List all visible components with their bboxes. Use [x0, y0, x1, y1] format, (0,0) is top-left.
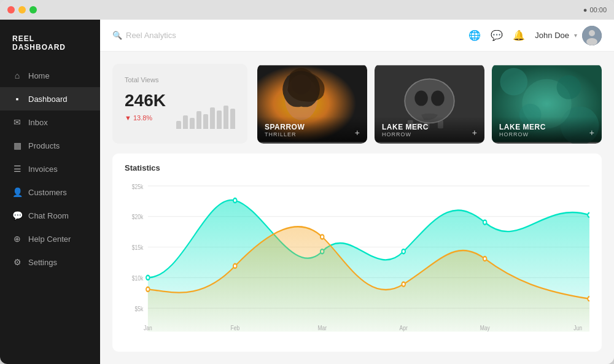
svg-point-41 [402, 282, 405, 286]
stats-value: 246K [125, 91, 166, 110]
search-area[interactable]: 🔍 Reel Analytics [112, 31, 176, 40]
search-icon: 🔍 [112, 31, 122, 40]
sidebar-item-customers[interactable]: 👤 Customers [0, 180, 100, 204]
svg-point-9 [431, 91, 444, 106]
svg-text:$25k: $25k [132, 183, 144, 190]
sidebar-item-home[interactable]: ⌂ Home [0, 64, 100, 87]
svg-point-37 [588, 213, 589, 217]
close-button[interactable] [7, 6, 15, 14]
svg-point-8 [414, 91, 427, 106]
chatroom-icon: 💬 [12, 211, 22, 220]
add-button[interactable]: + [355, 128, 360, 137]
svg-point-38 [146, 287, 150, 292]
app-window: ● 00:00 REEL DASHBOARD ⌂ Home ▪ Dashboar… [0, 0, 614, 364]
stats-label: Total Views [125, 76, 235, 83]
mini-bar [203, 114, 208, 129]
products-icon: ▦ [12, 141, 22, 150]
sidebar-item-settings[interactable]: ⚙ Settings [0, 250, 100, 274]
home-icon: ⌂ [12, 71, 22, 80]
add-button[interactable]: + [472, 128, 477, 137]
movie-card-overlay: LAKE MERC HORROW [375, 117, 484, 144]
svg-point-39 [233, 264, 237, 268]
invoices-icon: ☰ [12, 164, 22, 174]
mini-chart [176, 104, 235, 129]
sidebar-item-helpcenter[interactable]: ⊕ Help Center [0, 227, 100, 250]
user-menu[interactable]: John Doe ▾ [535, 26, 602, 45]
timer: ● 00:00 [583, 6, 607, 14]
mini-bar [210, 107, 215, 129]
movie-card-lake-merc-2[interactable]: LAKE MERC HORROW + [492, 64, 602, 144]
sidebar-item-products[interactable]: ▦ Products [0, 134, 100, 157]
mini-bar [230, 109, 235, 129]
sidebar-logo: REEL DASHBOARD [0, 25, 100, 64]
svg-text:$10k: $10k [132, 274, 144, 282]
traffic-lights [7, 6, 37, 14]
chat-icon[interactable]: 💬 [491, 29, 503, 41]
svg-text:$5k: $5k [135, 305, 144, 312]
sidebar: REEL DASHBOARD ⌂ Home ▪ Dashboard ✉ Inbo… [0, 20, 100, 364]
sidebar-item-inbox[interactable]: ✉ Inbox [0, 110, 100, 134]
movie-title: LAKE MERC [382, 123, 477, 131]
chart-area: $25k $20k $15k $10k $5k [125, 179, 589, 339]
svg-point-40 [321, 234, 324, 239]
sidebar-item-label: Products [28, 141, 60, 150]
search-text: Reel Analytics [126, 31, 176, 40]
sidebar-item-label: Invoices [28, 165, 58, 174]
minimize-button[interactable] [18, 6, 26, 14]
avatar [582, 26, 602, 45]
svg-point-32 [146, 276, 150, 280]
sidebar-item-label: Help Center [28, 234, 71, 244]
svg-point-35 [402, 249, 405, 254]
svg-text:Jun: Jun [573, 324, 582, 331]
customers-icon: 👤 [12, 187, 22, 197]
svg-text:$20k: $20k [132, 213, 144, 220]
movie-genre: THRILLER [265, 131, 360, 137]
topbar: 🔍 Reel Analytics 🌐 💬 🔔 John Doe ▾ [100, 20, 614, 52]
mini-bar [223, 106, 228, 129]
svg-text:Apr: Apr [400, 324, 408, 331]
stats-change: ▼ 13.8% [125, 114, 166, 122]
main-content: 🔍 Reel Analytics 🌐 💬 🔔 John Doe ▾ [100, 20, 614, 364]
maximize-button[interactable] [29, 6, 37, 14]
movie-card-overlay: SPARROW THRILLER [257, 117, 367, 144]
sidebar-item-label: Settings [28, 258, 57, 267]
sidebar-item-invoices[interactable]: ☰ Invoices [0, 157, 100, 180]
mini-bar [183, 115, 188, 129]
stats-row: 246K ▼ 13.8% [125, 91, 235, 129]
dashboard-icon: ▪ [12, 94, 22, 104]
content-area: Total Views 246K ▼ 13.8% [100, 52, 614, 364]
svg-point-2 [586, 38, 597, 45]
chevron-down-icon: ▾ [574, 32, 577, 39]
sidebar-item-label: Dashboard [28, 95, 68, 104]
bell-icon[interactable]: 🔔 [513, 29, 525, 41]
user-name: John Doe [535, 31, 569, 40]
svg-point-42 [483, 257, 487, 261]
top-row: Total Views 246K ▼ 13.8% [112, 64, 602, 144]
globe-icon[interactable]: 🌐 [468, 29, 481, 41]
stats-card: Total Views 246K ▼ 13.8% [112, 64, 247, 144]
movie-genre: HORROW [499, 131, 594, 137]
sidebar-item-dashboard[interactable]: ▪ Dashboard [0, 87, 100, 110]
svg-point-36 [483, 220, 487, 225]
add-button[interactable]: + [589, 128, 594, 137]
sidebar-item-label: Inbox [28, 118, 48, 127]
movie-title: LAKE MERC [499, 123, 594, 131]
movie-cards: SPARROW THRILLER + LAKE MERC HORROW + [257, 64, 602, 144]
helpcenter-icon: ⊕ [12, 234, 22, 244]
mini-bar [190, 118, 195, 129]
svg-text:Mar: Mar [317, 324, 327, 331]
titlebar: ● 00:00 [0, 0, 614, 20]
mini-bar [176, 121, 181, 129]
movie-card-lake-merc-1[interactable]: LAKE MERC HORROW + [375, 64, 484, 144]
sidebar-item-label: Customers [28, 188, 67, 197]
chart-section: Statistics [112, 153, 602, 352]
sidebar-item-chatroom[interactable]: 💬 Chat Room [0, 204, 100, 227]
app-body: REEL DASHBOARD ⌂ Home ▪ Dashboard ✉ Inbo… [0, 20, 614, 364]
inbox-icon: ✉ [12, 117, 22, 127]
svg-text:$15k: $15k [132, 244, 144, 251]
topbar-actions: 🌐 💬 🔔 John Doe ▾ [468, 26, 602, 45]
movie-genre: HORROW [382, 131, 477, 137]
movie-card-sparrow[interactable]: SPARROW THRILLER + [257, 64, 367, 144]
svg-point-1 [589, 30, 595, 36]
svg-point-43 [588, 296, 589, 301]
